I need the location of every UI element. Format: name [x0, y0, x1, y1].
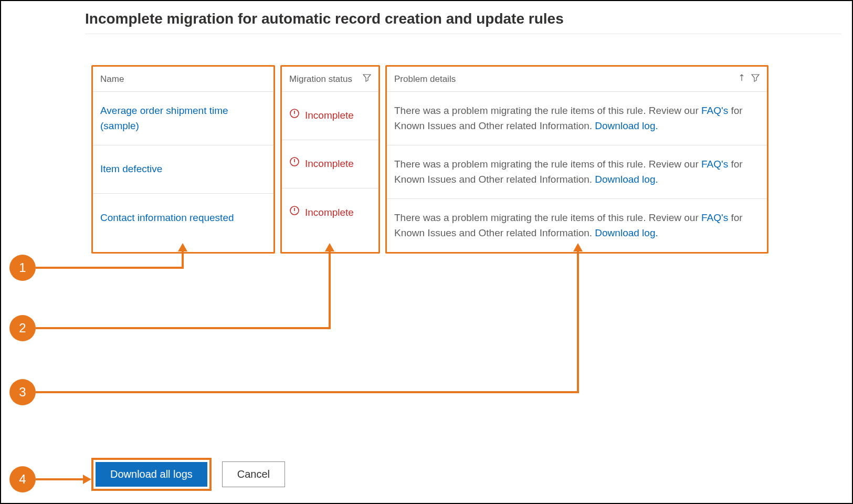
problem-text-prefix: There was a problem migrating the rule i… [394, 105, 701, 116]
status-value: Incomplete [305, 156, 354, 172]
callout-arrow [83, 475, 91, 484]
rule-name-link[interactable]: Item defective [100, 162, 162, 177]
column-status: Migration status Incomplete [280, 65, 380, 254]
download-all-logs-button[interactable]: Download all logs [96, 462, 207, 487]
cancel-button[interactable]: Cancel [222, 461, 285, 487]
table-row: Item defective [93, 145, 273, 194]
svg-point-2 [294, 116, 295, 116]
callout-line [36, 327, 331, 329]
column-header-problem[interactable]: Problem details [387, 67, 767, 92]
table-row: Incomplete [282, 92, 378, 140]
callout-badge-4: 4 [9, 466, 36, 492]
status-value: Incomplete [305, 205, 354, 220]
problem-text-prefix: There was a problem migrating the rule i… [394, 159, 701, 170]
table-row: Incomplete [282, 188, 378, 237]
callout-badge-1: 1 [9, 255, 36, 281]
warning-icon [289, 205, 300, 220]
callout-arrow [573, 243, 583, 251]
problem-text-prefix: There was a problem migrating the rule i… [394, 212, 701, 223]
header-label-name: Name [100, 74, 124, 85]
warning-icon [289, 156, 300, 172]
column-header-name[interactable]: Name [93, 67, 273, 92]
table-row: There was a problem migrating the rule i… [387, 92, 767, 145]
header-label-problem: Problem details [394, 74, 456, 85]
download-log-link[interactable]: Download log. [595, 174, 658, 185]
filter-icon[interactable] [363, 74, 371, 85]
faqs-link[interactable]: FAQ's [701, 212, 728, 223]
faqs-link[interactable]: FAQ's [701, 105, 728, 116]
rule-name-link[interactable]: Average order shipment time (sample) [100, 103, 266, 133]
status-value: Incomplete [305, 108, 354, 123]
column-header-status[interactable]: Migration status [282, 67, 378, 92]
rule-name-link[interactable]: Contact information requested [100, 211, 234, 226]
footer-buttons: Download all logs Cancel [91, 458, 285, 491]
table-row: Average order shipment time (sample) [93, 92, 273, 145]
page-title: Incomplete migration for automatic recor… [1, 1, 852, 34]
svg-point-8 [294, 212, 295, 213]
sort-icon[interactable] [738, 74, 746, 85]
callout-line [329, 251, 331, 329]
faqs-link[interactable]: FAQ's [701, 159, 728, 170]
callout-line [182, 251, 184, 269]
callout-line [36, 267, 184, 269]
callout-line [36, 391, 579, 393]
download-log-link[interactable]: Download log. [595, 227, 658, 238]
migration-table: Name Average order shipment time (sample… [91, 65, 768, 254]
title-divider [85, 34, 841, 34]
column-problem: Problem details There was a problem migr… [385, 65, 768, 254]
app-frame: Incomplete migration for automatic recor… [0, 0, 853, 504]
filter-icon[interactable] [751, 74, 760, 85]
table-row: Contact information requested [93, 194, 273, 242]
table-row: Incomplete [282, 140, 378, 188]
download-all-highlight: Download all logs [91, 458, 212, 491]
column-name: Name Average order shipment time (sample… [91, 65, 275, 254]
callout-arrow [325, 243, 334, 251]
download-log-link[interactable]: Download log. [595, 120, 658, 131]
callout-line [577, 251, 579, 393]
callout-badge-3: 3 [9, 379, 36, 405]
header-label-status: Migration status [289, 74, 352, 85]
callout-arrow [178, 243, 187, 251]
callout-badge-2: 2 [9, 315, 36, 341]
table-row: There was a problem migrating the rule i… [387, 145, 767, 199]
callout-line [36, 478, 83, 480]
svg-point-5 [294, 164, 295, 164]
warning-icon [289, 108, 300, 123]
